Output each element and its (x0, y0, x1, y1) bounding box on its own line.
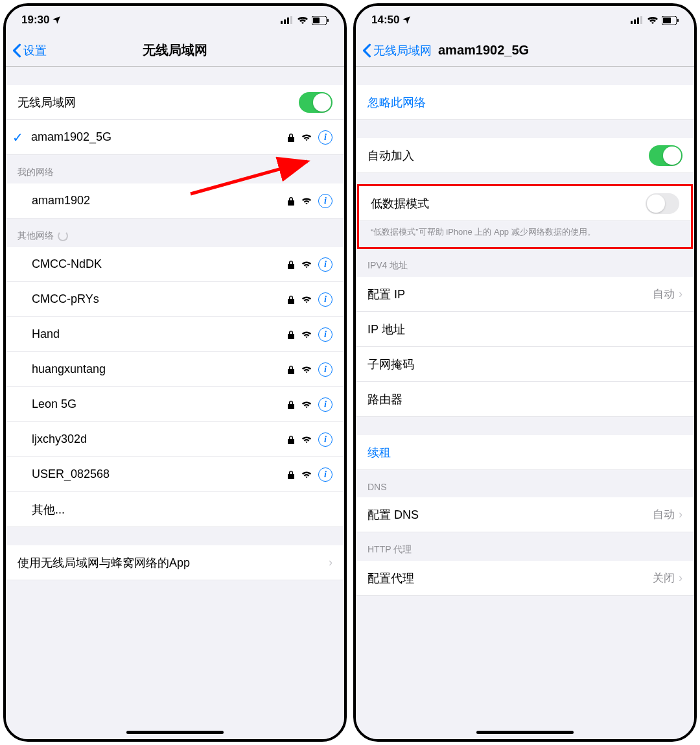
lock-icon (287, 133, 295, 142)
home-indicator[interactable] (126, 731, 224, 734)
configure-dns-cell[interactable]: 配置 DNS 自动 › (356, 497, 694, 532)
network-name: Hand (32, 327, 287, 341)
chevron-right-icon: › (679, 571, 682, 585)
wifi-apps-cell[interactable]: 使用无线局域网与蜂窝网络的App › (6, 545, 344, 580)
location-icon (402, 16, 411, 25)
auto-join-label: 自动加入 (368, 148, 649, 163)
info-icon[interactable]: i (318, 362, 332, 377)
info-icon[interactable]: i (318, 194, 332, 208)
wifi-signal-icon (301, 365, 312, 374)
wifi-signal-icon (301, 400, 312, 409)
lock-icon (287, 365, 295, 374)
status-time: 19:30 (21, 14, 49, 27)
lock-icon (287, 470, 295, 479)
configure-dns-label: 配置 DNS (368, 507, 653, 523)
my-networks-header: 我的网络 (6, 155, 344, 183)
other-network-manual-cell[interactable]: 其他... (6, 492, 344, 527)
other-network-cell[interactable]: CMCC-NdDKi (6, 247, 344, 282)
other-network-cell[interactable]: Handi (6, 317, 344, 352)
loading-spinner-icon (58, 231, 68, 241)
wifi-icon (647, 16, 659, 25)
svg-rect-12 (640, 16, 642, 24)
wifi-apps-label: 使用无线局域网与蜂窝网络的App (18, 555, 325, 571)
right-screenshot: 14:50 无线局域网 amam1902_5G 忽略此网络 自动加入 低数 (353, 3, 697, 742)
wifi-toggle-cell[interactable]: 无线局域网 (6, 85, 344, 120)
low-data-mode-toggle[interactable] (646, 193, 679, 214)
network-name: CMCC-NdDK (32, 257, 287, 271)
subnet-mask-label: 子网掩码 (368, 357, 682, 372)
wifi-toggle[interactable] (299, 92, 332, 113)
ip-address-label: IP 地址 (368, 322, 682, 337)
dns-header: DNS (356, 470, 694, 497)
info-icon[interactable]: i (318, 130, 332, 145)
wifi-signal-icon (301, 196, 312, 206)
svg-rect-8 (327, 19, 329, 22)
lock-icon (287, 435, 295, 444)
configure-ip-cell[interactable]: 配置 IP 自动 › (356, 277, 694, 312)
chevron-right-icon: › (679, 287, 682, 301)
chevron-right-icon: › (679, 508, 682, 521)
wifi-signal-icon (301, 260, 312, 269)
configure-proxy-cell[interactable]: 配置代理 关闭 › (356, 561, 694, 596)
router-label: 路由器 (368, 392, 682, 407)
network-name: CMCC-pRYs (32, 292, 287, 306)
check-icon: ✓ (12, 130, 23, 145)
wifi-icon (297, 16, 309, 25)
info-icon[interactable]: i (318, 327, 332, 342)
ip-address-cell: IP 地址 (356, 312, 694, 347)
ipv4-header: IPV4 地址 (356, 248, 694, 277)
svg-rect-3 (284, 19, 286, 24)
location-icon (52, 16, 61, 25)
back-button[interactable]: 无线局域网 (362, 43, 432, 58)
other-network-cell[interactable]: Leon 5Gi (6, 387, 344, 422)
chevron-right-icon: › (329, 556, 332, 569)
info-icon[interactable]: i (318, 467, 332, 482)
forget-network-cell[interactable]: 忽略此网络 (356, 85, 694, 120)
configure-ip-value: 自动 (653, 287, 675, 302)
other-network-cell[interactable]: ljxchy302di (6, 422, 344, 457)
my-network-cell[interactable]: amam1902 i (6, 183, 344, 219)
configure-proxy-value: 关闭 (653, 571, 675, 585)
network-name: Leon 5G (32, 397, 287, 411)
network-name: USER_082568 (32, 467, 287, 481)
status-time: 14:50 (371, 14, 399, 27)
other-network-cell[interactable]: huangxuntangi (6, 352, 344, 387)
status-bar: 19:30 (6, 6, 344, 34)
info-icon[interactable]: i (318, 397, 332, 412)
wifi-settings-content: 无线局域网 ✓ amam1902_5G i 我的网络 amam1902 i 其他… (6, 67, 344, 739)
nav-bar: 无线局域网 amam1902_5G (356, 34, 694, 67)
configure-proxy-label: 配置代理 (368, 571, 653, 586)
signal-icon (631, 16, 644, 24)
chevron-left-icon (362, 43, 371, 58)
battery-icon (662, 16, 679, 25)
forget-network-label: 忽略此网络 (368, 95, 682, 110)
highlighted-section: 低数据模式 “低数据模式”可帮助 iPhone 上的 App 减少网络数据的使用… (357, 184, 693, 249)
info-icon[interactable]: i (318, 432, 332, 447)
lock-icon (287, 330, 295, 339)
svg-rect-4 (287, 18, 289, 24)
other-network-cell[interactable]: CMCC-pRYsi (6, 282, 344, 317)
svg-rect-14 (663, 18, 671, 23)
wifi-toggle-label: 无线局域网 (18, 95, 299, 110)
left-screenshot: 19:30 设置 无线局域网 无线 (3, 3, 347, 742)
configure-ip-label: 配置 IP (368, 287, 653, 302)
low-data-mode-cell[interactable]: 低数据模式 (359, 186, 691, 221)
low-data-mode-label: 低数据模式 (371, 196, 646, 211)
configure-dns-value: 自动 (653, 507, 675, 522)
info-icon[interactable]: i (318, 257, 332, 272)
renew-lease-label: 续租 (368, 445, 682, 460)
lock-icon (287, 400, 295, 409)
auto-join-cell[interactable]: 自动加入 (356, 138, 694, 173)
home-indicator[interactable] (476, 731, 574, 734)
svg-rect-10 (634, 19, 636, 24)
back-button[interactable]: 设置 (12, 43, 47, 58)
auto-join-toggle[interactable] (649, 145, 682, 166)
renew-lease-cell[interactable]: 续租 (356, 435, 694, 470)
nav-title: amam1902_5G (438, 43, 529, 58)
other-network-cell[interactable]: USER_082568i (6, 457, 344, 492)
low-data-mode-description: “低数据模式”可帮助 iPhone 上的 App 减少网络数据的使用。 (359, 221, 691, 247)
status-bar: 14:50 (356, 6, 694, 34)
connected-network-cell[interactable]: ✓ amam1902_5G i (6, 120, 344, 155)
subnet-mask-cell: 子网掩码 (356, 347, 694, 382)
info-icon[interactable]: i (318, 292, 332, 307)
